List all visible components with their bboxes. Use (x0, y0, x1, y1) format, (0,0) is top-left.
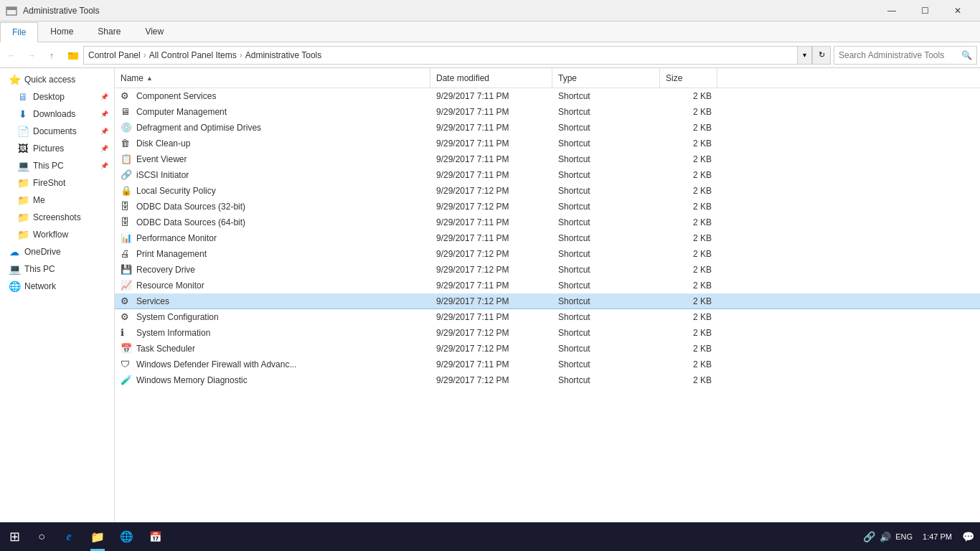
breadcrumb-admin-tools[interactable]: Administrative Tools (245, 50, 322, 60)
address-box[interactable]: Control Panel › All Control Panel Items … (83, 46, 798, 65)
taskbar-chrome[interactable]: 🌐 (112, 522, 141, 551)
sidebar-item-fireshot[interactable]: 📁 FireShot (0, 174, 114, 192)
table-row[interactable]: 🧪 Windows Memory Diagnostic 9/29/2017 7:… (115, 372, 980, 388)
pin-icon-this-pc: 📌 (100, 162, 108, 169)
sidebar-item-this-pc-quick[interactable]: 💻 This PC 📌 (0, 157, 114, 174)
file-name-14: ⚙ System Configuration (115, 311, 430, 323)
tab-share[interactable]: Share (85, 22, 133, 42)
file-name-9: 📊 Performance Monitor (115, 232, 430, 244)
file-type-0: Shortcut (552, 91, 660, 101)
taskbar-search[interactable]: ○ (29, 522, 55, 551)
search-input[interactable] (839, 50, 961, 60)
action-center-icon[interactable]: 💬 (962, 531, 974, 542)
sidebar-label-desktop: Desktop (33, 92, 65, 102)
table-row[interactable]: 🛡 Windows Defender Firewall with Advanc.… (115, 357, 980, 372)
pin-icon-pictures: 📌 (100, 145, 108, 152)
tab-file[interactable]: File (0, 22, 38, 42)
file-type-5: Shortcut (552, 170, 660, 180)
search-box[interactable]: 🔍 (834, 46, 977, 65)
forward-button[interactable]: → (23, 47, 40, 64)
table-row[interactable]: 📈 Resource Monitor 9/29/2017 7:11 PM Sho… (115, 278, 980, 293)
table-row[interactable]: 📋 Event Viewer 9/29/2017 7:11 PM Shortcu… (115, 151, 980, 167)
col-header-date[interactable]: Date modified (430, 68, 552, 88)
file-date-13: 9/29/2017 7:12 PM (430, 296, 552, 306)
sidebar: ⭐ Quick access 🖥 Desktop 📌 ⬇ Downloads 📌… (0, 68, 115, 529)
tab-view[interactable]: View (133, 22, 176, 42)
file-label-1: Computer Management (136, 107, 227, 117)
file-name-1: 🖥 Computer Management (115, 106, 430, 118)
up-button[interactable]: ↑ (43, 47, 60, 64)
col-header-type[interactable]: Type (552, 68, 660, 88)
sidebar-item-pictures[interactable]: 🖼 Pictures 📌 (0, 140, 114, 157)
table-row[interactable]: ⚙ Component Services 9/29/2017 7:11 PM S… (115, 88, 980, 104)
sidebar-item-network[interactable]: 🌐 Network (0, 278, 114, 295)
col-header-size[interactable]: Size (660, 68, 717, 88)
file-size-14: 2 KB (660, 312, 717, 322)
taskbar-explorer[interactable]: 📁 (83, 522, 112, 551)
taskbar-clock[interactable]: 1:47 PM (917, 532, 958, 541)
start-button[interactable]: ⊞ (0, 522, 29, 551)
file-icon-14: ⚙ (121, 311, 132, 323)
file-rows-container: ⚙ Component Services 9/29/2017 7:11 PM S… (115, 88, 980, 388)
sidebar-label-documents: Documents (33, 126, 77, 136)
table-row[interactable]: ⚙ Services 9/29/2017 7:12 PM Shortcut 2 … (115, 293, 980, 309)
file-label-14: System Configuration (136, 312, 219, 322)
file-label-5: iSCSI Initiator (136, 170, 189, 180)
table-row[interactable]: 🗑 Disk Clean-up 9/29/2017 7:11 PM Shortc… (115, 136, 980, 151)
tab-home[interactable]: Home (38, 22, 85, 42)
table-row[interactable]: 🗄 ODBC Data Sources (64-bit) 9/29/2017 7… (115, 215, 980, 230)
taskbar-edge[interactable]: e (55, 522, 83, 551)
app5-icon: 📅 (149, 531, 161, 542)
address-dropdown-button[interactable]: ▾ (798, 46, 812, 65)
file-type-16: Shortcut (552, 344, 660, 354)
file-name-12: 📈 Resource Monitor (115, 280, 430, 291)
table-row[interactable]: 📅 Task Scheduler 9/29/2017 7:12 PM Short… (115, 341, 980, 357)
breadcrumb-all-control[interactable]: All Control Panel Items (149, 50, 237, 60)
sidebar-item-desktop[interactable]: 🖥 Desktop 📌 (0, 88, 114, 105)
col-header-name[interactable]: Name ▲ (115, 68, 430, 88)
taskbar-app-5[interactable]: 📅 (141, 522, 169, 551)
file-type-10: Shortcut (552, 249, 660, 259)
file-size-6: 2 KB (660, 186, 717, 196)
table-row[interactable]: 🗄 ODBC Data Sources (32-bit) 9/29/2017 7… (115, 199, 980, 215)
back-button[interactable]: ← (3, 47, 20, 64)
table-row[interactable]: 📊 Performance Monitor 9/29/2017 7:11 PM … (115, 230, 980, 246)
ribbon-tabs: File Home Share View (0, 22, 980, 42)
file-size-10: 2 KB (660, 249, 717, 259)
maximize-button[interactable]: ☐ (908, 0, 941, 22)
table-row[interactable]: ⚙ System Configuration 9/29/2017 7:11 PM… (115, 309, 980, 325)
file-type-12: Shortcut (552, 281, 660, 291)
file-name-3: 🗑 Disk Clean-up (115, 138, 430, 149)
breadcrumb-control-panel[interactable]: Control Panel (88, 50, 141, 60)
sidebar-item-quick-access[interactable]: ⭐ Quick access (0, 71, 114, 88)
main-area: ⭐ Quick access 🖥 Desktop 📌 ⬇ Downloads 📌… (0, 68, 980, 529)
table-row[interactable]: 🖨 Print Management 9/29/2017 7:12 PM Sho… (115, 246, 980, 262)
sidebar-label-network: Network (24, 281, 56, 291)
sidebar-label-fireshot: FireShot (33, 178, 65, 188)
svg-rect-3 (68, 52, 72, 55)
file-date-6: 9/29/2017 7:12 PM (430, 186, 552, 196)
sidebar-item-screenshots[interactable]: 📁 Screenshots (0, 209, 114, 226)
table-row[interactable]: 💾 Recovery Drive 9/29/2017 7:12 PM Short… (115, 262, 980, 278)
minimize-button[interactable]: — (875, 0, 908, 22)
refresh-button[interactable]: ↻ (812, 46, 831, 65)
search-icon[interactable]: 🔍 (961, 50, 972, 60)
sidebar-item-documents[interactable]: 📄 Documents 📌 (0, 123, 114, 140)
file-label-12: Resource Monitor (136, 281, 204, 291)
close-button[interactable]: ✕ (941, 0, 974, 22)
sidebar-label-screenshots: Screenshots (33, 212, 81, 222)
file-type-4: Shortcut (552, 154, 660, 164)
sidebar-item-workflow[interactable]: 📁 Workflow (0, 226, 114, 243)
table-row[interactable]: 🔒 Local Security Policy 9/29/2017 7:12 P… (115, 183, 980, 199)
table-row[interactable]: ℹ System Information 9/29/2017 7:12 PM S… (115, 325, 980, 341)
sidebar-item-onedrive[interactable]: ☁ OneDrive (0, 243, 114, 260)
table-row[interactable]: 💿 Defragment and Optimise Drives 9/29/20… (115, 120, 980, 136)
svg-rect-1 (6, 7, 17, 10)
table-row[interactable]: 🖥 Computer Management 9/29/2017 7:11 PM … (115, 104, 980, 120)
sidebar-item-me[interactable]: 📁 Me (0, 192, 114, 209)
file-date-4: 9/29/2017 7:11 PM (430, 154, 552, 164)
file-icon-11: 💾 (121, 264, 132, 276)
sidebar-item-downloads[interactable]: ⬇ Downloads 📌 (0, 105, 114, 123)
table-row[interactable]: 🔗 iSCSI Initiator 9/29/2017 7:11 PM Shor… (115, 167, 980, 183)
sidebar-item-this-pc[interactable]: 💻 This PC (0, 260, 114, 278)
